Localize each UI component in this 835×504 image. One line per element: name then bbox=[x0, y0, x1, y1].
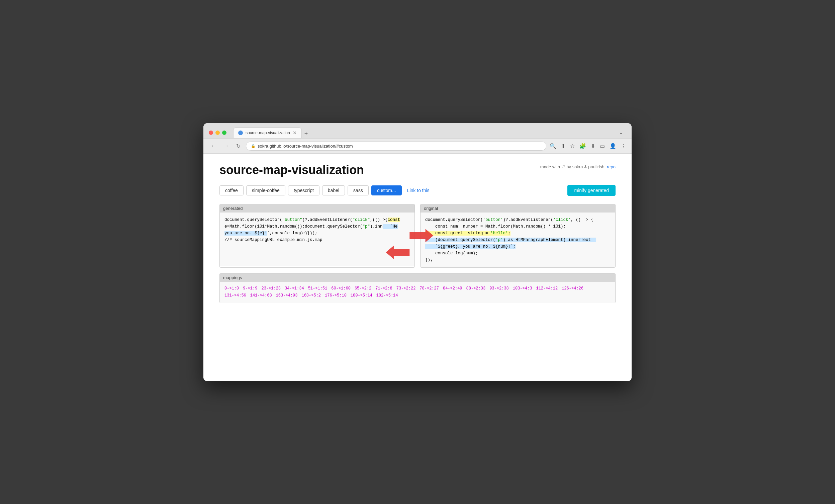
mapping-11: 88->2:33 bbox=[466, 286, 486, 291]
tab-bar: source-map-visualization ✕ + bbox=[233, 127, 612, 138]
url-bar[interactable]: 🔒 sokra.github.io/source-map-visualizati… bbox=[246, 142, 546, 150]
tab-title: source-map-visualization bbox=[246, 130, 290, 135]
menu-icon[interactable]: ⋮ bbox=[621, 143, 626, 149]
orig-line-7: }); bbox=[425, 257, 611, 263]
filter-simple-coffee[interactable]: simple-coffee bbox=[246, 185, 285, 196]
generated-header: generated bbox=[220, 204, 414, 213]
mappings-header: mappings bbox=[220, 274, 615, 282]
orig-line-1: document.querySelector('button')?.addEve… bbox=[425, 217, 611, 223]
orig-line-2: const num: number = Math.floor(Math.rand… bbox=[425, 223, 611, 230]
bookmark-icon[interactable]: ☆ bbox=[570, 143, 575, 149]
mappings-panel: mappings 0->1:09->1:923->1:2334->1:3451-… bbox=[220, 273, 615, 303]
mapping-18: 163->4:93 bbox=[276, 293, 298, 298]
filter-typescript[interactable]: typescript bbox=[288, 185, 320, 196]
mapping-15: 126->4:26 bbox=[562, 286, 584, 291]
mapping-14: 112->4:12 bbox=[536, 286, 558, 291]
code-panels: generated document.querySelector("button… bbox=[220, 204, 615, 268]
mappings-body: 0->1:09->1:923->1:2334->1:3451->1:5160->… bbox=[220, 282, 615, 303]
back-button[interactable]: ← bbox=[209, 142, 218, 149]
minify-button[interactable]: minify generated bbox=[567, 185, 615, 196]
mapping-2: 23->1:23 bbox=[261, 286, 281, 291]
mapping-21: 180->5:14 bbox=[351, 293, 372, 298]
mapping-0: 0->1:0 bbox=[224, 286, 239, 291]
mapping-16: 131->4:56 bbox=[224, 293, 246, 298]
original-header: original bbox=[421, 204, 615, 213]
mapping-17: 141->4:68 bbox=[250, 293, 272, 298]
mapping-3: 34->1:34 bbox=[285, 286, 304, 291]
gen-line-2: e=Math.floor(101*Math.random());document… bbox=[224, 223, 410, 230]
filter-custom[interactable]: custom... bbox=[371, 185, 402, 196]
page-title: source-map-visualization bbox=[220, 163, 364, 177]
attribution-text: made with ♡ by sokra & paulirish. bbox=[540, 164, 606, 169]
reload-button[interactable]: ↻ bbox=[234, 142, 243, 150]
tab-favicon bbox=[238, 130, 243, 135]
filter-babel[interactable]: babel bbox=[322, 185, 345, 196]
link-to-this[interactable]: Link to this bbox=[407, 188, 430, 193]
generated-panel: generated document.querySelector("button… bbox=[220, 204, 415, 268]
browser-window: source-map-visualization ✕ + ⌄ ← → ↻ 🔒 s… bbox=[203, 123, 632, 381]
url-text: sokra.github.io/source-map-visualization… bbox=[258, 144, 353, 148]
mapping-12: 93->2:38 bbox=[489, 286, 509, 291]
attribution: made with ♡ by sokra & paulirish. repo bbox=[540, 163, 615, 169]
tab-close-icon[interactable]: ✕ bbox=[293, 130, 297, 136]
page-content: source-map-visualization made with ♡ by … bbox=[203, 154, 632, 381]
original-panel: original document.querySelector('button'… bbox=[420, 204, 615, 268]
mapping-8: 73->2:22 bbox=[396, 286, 416, 291]
minimize-button[interactable] bbox=[216, 130, 220, 135]
gen-line-3: you are no. ${e}!`,console.log(e)})); bbox=[224, 230, 410, 237]
orig-line-6: console.log(num); bbox=[425, 250, 611, 257]
close-button[interactable] bbox=[209, 130, 213, 135]
original-body: document.querySelector('button')?.addEve… bbox=[421, 213, 615, 267]
search-icon[interactable]: 🔍 bbox=[550, 143, 556, 149]
new-tab-button[interactable]: + bbox=[302, 130, 311, 137]
generated-body: document.querySelector("button")?.addEve… bbox=[220, 213, 414, 266]
mapping-20: 176->5:10 bbox=[325, 293, 347, 298]
profile-icon[interactable]: 👤 bbox=[610, 143, 616, 149]
toolbar-icons: 🔍 ⬆ ☆ 🧩 ⬇ ▭ 👤 ⋮ bbox=[550, 143, 626, 149]
orig-line-3: const greet: string = 'Hello'; bbox=[425, 230, 611, 237]
repo-link[interactable]: repo bbox=[607, 164, 615, 169]
tab-menu-icon[interactable]: ⌄ bbox=[616, 127, 626, 137]
active-tab[interactable]: source-map-visualization ✕ bbox=[233, 127, 302, 138]
mapping-6: 65->2:2 bbox=[354, 286, 371, 291]
mapping-7: 71->2:8 bbox=[375, 286, 392, 291]
download-icon[interactable]: ⬇ bbox=[591, 143, 595, 149]
share-icon[interactable]: ⬆ bbox=[561, 143, 565, 149]
gen-line-1: document.querySelector("button")?.addEve… bbox=[224, 217, 410, 223]
mapping-9: 78->2:27 bbox=[420, 286, 439, 291]
gen-line-4: //# sourceMappingURL=example.min.js.map bbox=[224, 237, 410, 243]
title-bar: source-map-visualization ✕ + ⌄ bbox=[203, 123, 632, 139]
address-bar: ← → ↻ 🔒 sokra.github.io/source-map-visua… bbox=[203, 139, 632, 154]
mapping-5: 60->1:60 bbox=[331, 286, 351, 291]
filter-sass[interactable]: sass bbox=[348, 185, 369, 196]
mapping-22: 182->5:14 bbox=[376, 293, 398, 298]
orig-line-5: `${greet}, you are no. ${num}!`; bbox=[425, 243, 611, 250]
mapping-4: 51->1:51 bbox=[308, 286, 327, 291]
lock-icon: 🔒 bbox=[251, 144, 256, 148]
mapping-19: 168->5:2 bbox=[301, 293, 321, 298]
mapping-10: 84->2:49 bbox=[443, 286, 462, 291]
filter-bar: coffee simple-coffee typescript babel sa… bbox=[220, 185, 615, 196]
maximize-button[interactable] bbox=[222, 130, 226, 135]
mapping-13: 103->4:3 bbox=[513, 286, 532, 291]
extension-icon[interactable]: 🧩 bbox=[579, 143, 586, 149]
reader-icon[interactable]: ▭ bbox=[600, 143, 605, 149]
orig-line-4: (document.querySelector('p') as HtMParag… bbox=[425, 237, 611, 243]
forward-button[interactable]: → bbox=[222, 142, 231, 149]
filter-coffee[interactable]: coffee bbox=[220, 185, 244, 196]
traffic-lights bbox=[209, 130, 226, 135]
mapping-1: 9->1:9 bbox=[243, 286, 257, 291]
page-header: source-map-visualization made with ♡ by … bbox=[220, 163, 615, 177]
